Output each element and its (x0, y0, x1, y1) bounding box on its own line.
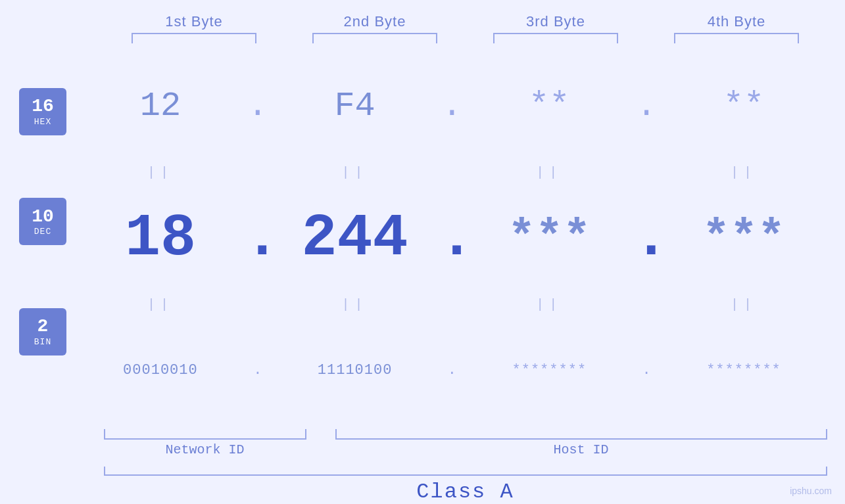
dec-badge: 10 DEC (19, 198, 66, 245)
hex-cell-3: ** (483, 87, 615, 126)
bin-value-2: 11110100 (318, 362, 393, 378)
bracket-3 (493, 33, 618, 43)
top-brackets (104, 33, 827, 43)
class-label-row: Class A (104, 480, 827, 504)
id-brackets (104, 429, 827, 440)
network-id-label: Network ID (104, 442, 306, 457)
bin-value-4: ******** (706, 362, 781, 378)
bin-cell-2: 11110100 (289, 362, 421, 378)
eq2-2: || (289, 297, 421, 312)
bin-badge-number: 2 (37, 317, 49, 337)
hex-cell-2: F4 (289, 87, 421, 126)
hex-badge-number: 16 (32, 97, 54, 117)
dec-value-3: *** (508, 212, 591, 264)
hex-sep-2: . (439, 87, 465, 126)
equals-row-2: || || || || (85, 294, 819, 314)
bin-cell-3: ******** (483, 362, 615, 378)
eq-2: || (289, 165, 421, 180)
byte-header-3: 3rd Byte (483, 13, 628, 30)
dec-badge-label: DEC (34, 227, 51, 237)
bin-value-3: ******** (512, 362, 587, 378)
hex-cell-4: ** (678, 87, 809, 126)
equals-row-1: || || || || (85, 162, 819, 182)
hex-sep-3: . (633, 87, 660, 126)
eq-3: || (483, 165, 615, 180)
dec-cell-1: 18 (95, 205, 226, 272)
eq2-4: || (678, 297, 809, 312)
bin-cell-4: ******** (678, 362, 809, 378)
byte-header-2: 2nd Byte (302, 13, 447, 30)
hex-badge-label: HEX (34, 117, 51, 127)
badges-column: 16 HEX 10 DEC 2 BIN (0, 50, 85, 426)
id-labels: Network ID Host ID (104, 442, 827, 457)
bracket-1 (132, 33, 256, 43)
bin-value-1: 00010010 (123, 362, 198, 378)
hex-value-3: ** (529, 87, 569, 126)
hex-sep-1: . (245, 87, 271, 126)
host-bracket (335, 429, 827, 440)
dec-sep-2: . (439, 205, 465, 272)
watermark: ipshu.com (790, 486, 832, 496)
outer-bracket (104, 467, 827, 476)
bin-badge-label: BIN (34, 337, 51, 347)
dec-sep-1: . (245, 205, 271, 272)
dec-value-2: 244 (302, 205, 408, 272)
network-bracket (104, 429, 306, 440)
class-label: Class A (416, 480, 514, 504)
dec-row: 18 . 244 . *** . *** (85, 182, 819, 294)
hex-cell-1: 12 (95, 87, 226, 126)
bin-badge: 2 BIN (19, 308, 66, 355)
byte-headers: 1st Byte 2nd Byte 3rd Byte 4th Byte (104, 13, 827, 30)
data-grid: 12 . F4 . ** . ** || || (85, 50, 845, 426)
dec-badge-number: 10 (32, 207, 54, 227)
hex-value-1: 12 (140, 87, 181, 126)
byte-header-4: 4th Byte (664, 13, 809, 30)
hex-value-2: F4 (334, 87, 375, 126)
bin-sep-3: . (633, 362, 660, 378)
dec-cell-4: *** (678, 212, 809, 264)
bottom-section: Network ID Host ID (104, 429, 827, 457)
host-id-label: Host ID (335, 442, 827, 457)
byte-header-1: 1st Byte (122, 13, 266, 30)
content-area: 16 HEX 10 DEC 2 BIN 12 . F4 (0, 50, 845, 426)
bracket-2 (312, 33, 437, 43)
bin-sep-2: . (439, 362, 465, 378)
eq2-1: || (95, 297, 226, 312)
dec-value-1: 18 (125, 205, 196, 272)
main-container: 1st Byte 2nd Byte 3rd Byte 4th Byte 16 H… (0, 0, 845, 504)
dec-cell-2: 244 (289, 205, 421, 272)
dec-sep-3: . (633, 205, 660, 272)
dec-value-4: *** (702, 212, 785, 264)
bin-cell-1: 00010010 (95, 362, 226, 378)
eq2-3: || (483, 297, 615, 312)
hex-value-4: ** (723, 87, 764, 126)
bin-sep-1: . (245, 362, 271, 378)
dec-cell-3: *** (483, 212, 615, 264)
hex-badge: 16 HEX (19, 88, 66, 135)
hex-row: 12 . F4 . ** . ** (85, 50, 819, 162)
bracket-4 (674, 33, 799, 43)
bin-row: 00010010 . 11110100 . ******** . *******… (85, 314, 819, 426)
eq-4: || (678, 165, 809, 180)
eq-1: || (95, 165, 226, 180)
